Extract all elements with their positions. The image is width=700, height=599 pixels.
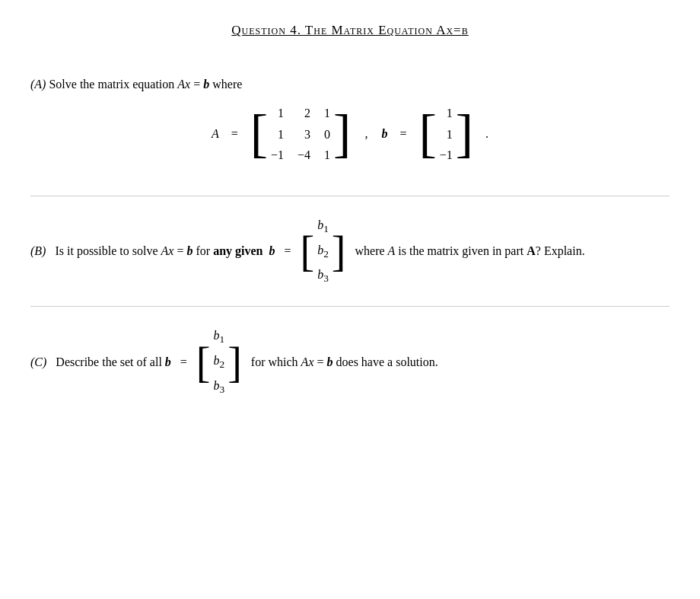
bracket-left-b: [ <box>418 107 436 161</box>
page-title: Question 4. The Matrix Equation Ax=b <box>30 23 670 38</box>
equals-b: = <box>399 127 406 141</box>
section-b: (B) Is it possible to solve Ax = b for a… <box>30 196 670 307</box>
part-b-label: (B) <box>30 244 46 258</box>
matrix-a-label: A <box>212 127 219 141</box>
bracket-left-c: [ <box>196 341 211 384</box>
matrix-equation: A = [ 121 130 −1−41 ] , b = [ 1 1 <box>30 104 670 165</box>
bracket-left-a: [ <box>250 107 268 161</box>
bracket-right-b: ] <box>456 107 473 161</box>
part-b-content: (B) Is it possible to solve Ax = b for a… <box>30 215 670 288</box>
bracket-left-b2: [ <box>301 230 315 272</box>
equals-a: = <box>231 127 238 141</box>
matrix-b-grid: 1 1 −1 <box>440 104 453 165</box>
bracket-right-c: ] <box>228 341 242 384</box>
matrix-b2-grid: b1 b2 b3 <box>317 215 329 288</box>
matrix-c-grid: b1 b2 b3 <box>214 325 225 399</box>
part-c-content: (C) Describe the set of all b = [ b1 b2 … <box>30 325 670 399</box>
matrix-c: [ b1 b2 b3 ] <box>196 325 242 399</box>
part-a-text: (A) Solve the matrix equation Ax = b whe… <box>30 78 670 91</box>
comma: , <box>364 127 368 141</box>
part-c-label: (C) <box>30 355 46 369</box>
bracket-right-a: ] <box>333 107 351 161</box>
matrix-a: [ 121 130 −1−41 ] <box>250 104 352 165</box>
matrix-a-grid: 121 130 −1−41 <box>271 104 330 165</box>
section-a: (A) Solve the matrix equation Ax = b whe… <box>30 59 670 196</box>
period: . <box>485 127 488 141</box>
part-a-label: (A) <box>30 78 46 91</box>
matrix-b2: [ b1 b2 b3 ] <box>301 215 346 288</box>
section-c: (C) Describe the set of all b = [ b1 b2 … <box>30 307 670 417</box>
matrix-b: [ 1 1 −1 ] <box>418 104 473 165</box>
bracket-right-b2: ] <box>332 230 346 272</box>
matrix-b-label: b <box>381 127 387 141</box>
